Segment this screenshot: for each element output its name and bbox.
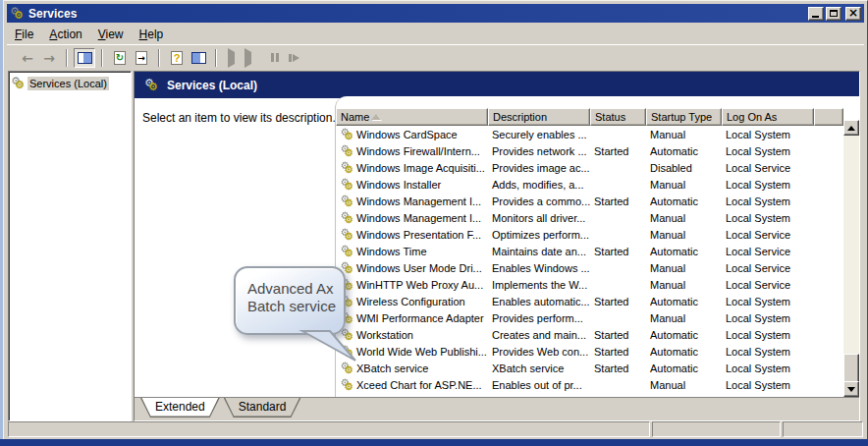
service-row[interactable]: ⚙⚙ Windows Time Maintains date an... Sta…: [336, 243, 843, 259]
service-description: Adds, modifies, a...: [488, 179, 590, 191]
service-row[interactable]: ⚙⚙ WMI Performance Adapter Provides perf…: [336, 309, 843, 326]
service-name-cell: ⚙⚙ Windows Presentation F...: [336, 228, 488, 242]
export-list-button[interactable]: →: [131, 48, 152, 68]
minimize-button[interactable]: [808, 7, 824, 21]
service-name-cell: ⚙⚙ WMI Performance Adapter: [336, 311, 488, 325]
toolbar-separator: [158, 49, 160, 67]
show-action-pane-button[interactable]: [188, 48, 209, 68]
service-status: Started: [590, 145, 646, 157]
services-node-icon: ⚙⚙: [11, 77, 26, 90]
service-row[interactable]: ⚙⚙ Workstation Creates and main... Start…: [336, 326, 843, 343]
service-description: Provides Web con...: [488, 346, 590, 358]
service-row[interactable]: ⚙⚙ Windows CardSpace Securely enables ..…: [336, 126, 843, 142]
column-header-startup-type[interactable]: Startup Type: [646, 108, 722, 126]
scroll-down-icon: [847, 387, 855, 392]
service-log-on-as: Local System: [722, 362, 814, 374]
menu-view[interactable]: View: [90, 26, 132, 43]
service-log-on-as: Local System: [722, 379, 814, 391]
vertical-scrollbar[interactable]: [843, 120, 859, 397]
close-button[interactable]: ×: [845, 7, 861, 21]
tree-item-label: Services (Local): [27, 77, 109, 90]
service-startup-type: Manual: [646, 129, 722, 140]
service-name: World Wide Web Publishi...: [356, 346, 487, 358]
resume-service-button[interactable]: [244, 52, 251, 64]
service-name-cell: ⚙⚙ Windows Installer: [336, 178, 488, 192]
service-startup-type: Manual: [646, 312, 722, 324]
service-row[interactable]: ⚙⚙ WinHTTP Web Proxy Au... Implements th…: [336, 276, 843, 293]
service-description: Enables out of pr...: [488, 379, 590, 391]
service-description: XBatch service: [488, 362, 590, 374]
menu-action[interactable]: Action: [41, 26, 89, 43]
maximize-button[interactable]: [826, 7, 841, 21]
help-button[interactable]: ?: [166, 48, 188, 68]
sort-ascending-icon: [371, 114, 381, 120]
status-panel: [652, 421, 781, 437]
column-header-status[interactable]: Status: [590, 108, 646, 126]
play-icon: [244, 48, 251, 68]
service-row[interactable]: ⚙⚙ Windows Firewall/Intern... Provides n…: [336, 142, 843, 159]
column-header-name[interactable]: Name: [336, 108, 488, 126]
pause-service-button[interactable]: [271, 53, 279, 62]
service-log-on-as: Local Service: [722, 279, 814, 291]
toolbar-separator: [101, 49, 103, 67]
column-header-description[interactable]: Description: [488, 108, 590, 126]
service-log-on-as: Local Service: [722, 246, 814, 257]
extended-view-body: Select an item to view its description. …: [135, 98, 859, 397]
service-row[interactable]: ⚙⚙ Windows Management I... Monitors all …: [336, 209, 843, 226]
forward-button[interactable]: →: [38, 48, 60, 68]
service-row[interactable]: ⚙⚙ Windows Presentation F... Optimizes p…: [336, 226, 843, 243]
title-bar[interactable]: ⚙⚙ Services ×: [7, 4, 864, 23]
menu-file[interactable]: File: [7, 26, 41, 43]
service-description: Enables automatic...: [488, 296, 590, 307]
service-name: Workstation: [356, 329, 413, 341]
menu-help[interactable]: Help: [132, 26, 172, 43]
service-row[interactable]: ⚙⚙ Wireless Configuration Enables automa…: [336, 293, 843, 309]
service-name-cell: ⚙⚙ Windows CardSpace: [336, 128, 488, 141]
service-gears-icon: ⚙⚙: [341, 245, 354, 257]
console-tree-icon: [78, 52, 92, 64]
service-startup-type: Manual: [646, 262, 722, 274]
tab-standard[interactable]: Standard: [224, 398, 301, 418]
service-row[interactable]: ⚙⚙ Xceed Chart for ASP.NE... Enables out…: [336, 376, 843, 393]
scroll-up-button[interactable]: [843, 120, 859, 136]
service-description: Creates and main...: [488, 329, 590, 341]
service-row[interactable]: ⚙⚙ XBatch service XBatch service Started…: [336, 360, 843, 376]
scroll-down-button[interactable]: [843, 381, 859, 397]
service-row[interactable]: ⚙⚙ Windows Installer Adds, modifies, a..…: [336, 176, 843, 193]
balloon-tail: [295, 330, 363, 365]
service-row[interactable]: ⚙⚙ Windows Management I... Provides a co…: [336, 193, 843, 209]
service-log-on-as: Local System: [722, 145, 814, 157]
start-service-button[interactable]: [228, 52, 235, 64]
scroll-up-icon: [847, 126, 855, 131]
service-startup-type: Automatic: [646, 246, 722, 257]
show-console-tree-button[interactable]: [74, 48, 95, 68]
back-button[interactable]: ←: [17, 48, 38, 68]
service-log-on-as: Local System: [722, 212, 814, 224]
status-bar: [8, 421, 863, 437]
column-header-stub: [814, 108, 843, 126]
column-header-log-on-as[interactable]: Log On As: [722, 108, 814, 126]
refresh-button[interactable]: ↻: [109, 48, 131, 68]
close-icon: ×: [846, 6, 860, 20]
service-gears-icon: ⚙⚙: [341, 128, 354, 140]
services-list: Name Description Status Startup Type Log…: [335, 96, 859, 397]
service-name-cell: ⚙⚙ Xceed Chart for ASP.NE...: [336, 378, 488, 392]
restart-service-button[interactable]: [289, 54, 299, 62]
service-gears-icon: ⚙⚙: [341, 161, 354, 174]
service-row[interactable]: ⚙⚙ Windows Image Acquisiti... Provides i…: [336, 159, 843, 176]
service-name-cell: ⚙⚙ Windows Image Acquisiti...: [336, 161, 488, 175]
services-window: ⚙⚙ Services × File Action View Help ← → …: [3, 0, 868, 440]
tree-item-services-local[interactable]: ⚙⚙ Services (Local): [11, 75, 129, 91]
tab-extended[interactable]: Extended: [140, 398, 220, 418]
service-description: Securely enables ...: [488, 129, 590, 140]
toolbar-separator: [66, 49, 68, 67]
service-row[interactable]: ⚙⚙ Windows User Mode Dri... Enables Wind…: [336, 259, 843, 276]
window-title: Services: [28, 7, 806, 21]
service-row[interactable]: ⚙⚙ World Wide Web Publishi... Provides W…: [336, 343, 843, 360]
service-name-cell: ⚙⚙ Windows Management I...: [336, 211, 488, 225]
service-description: Monitors all driver...: [488, 212, 590, 224]
minimize-icon: [812, 16, 819, 18]
restart-icon: [289, 54, 292, 62]
desktop: ⚙⚙ Services × File Action View Help ← → …: [0, 0, 868, 446]
export-list-icon: →: [136, 51, 147, 65]
